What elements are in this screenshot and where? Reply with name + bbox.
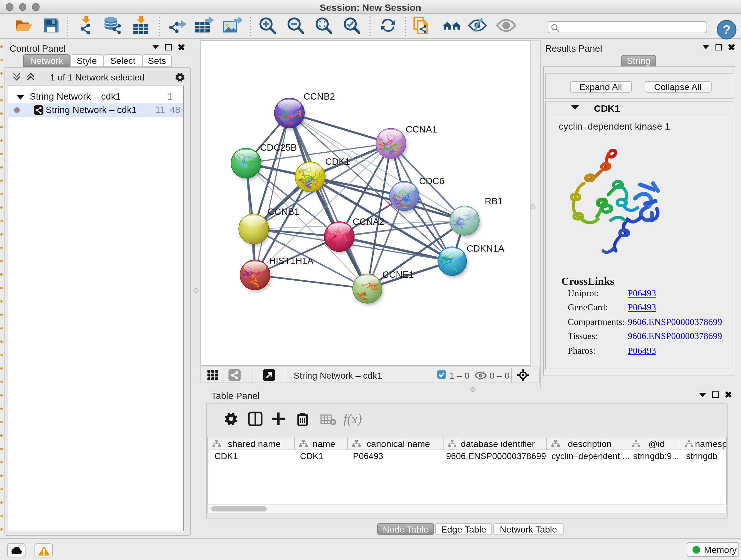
svg-text:CCNA2: CCNA2 [353,216,384,226]
svg-text:CCNE1: CCNE1 [382,269,414,279]
svg-text:CCNB2: CCNB2 [304,91,335,101]
svg-text:CCNA1: CCNA1 [406,124,437,134]
svg-text:CDC6: CDC6 [419,176,444,186]
svg-text:CCNB1: CCNB1 [268,206,299,216]
svg-text:?: ? [723,22,731,37]
svg-text:CDK1: CDK1 [325,156,350,166]
svg-text:CDKN1A: CDKN1A [467,243,504,253]
svg-text:RB1: RB1 [485,196,503,206]
svg-text:HIST1H1A: HIST1H1A [269,255,314,266]
svg-text:CDC25B: CDC25B [260,142,297,152]
